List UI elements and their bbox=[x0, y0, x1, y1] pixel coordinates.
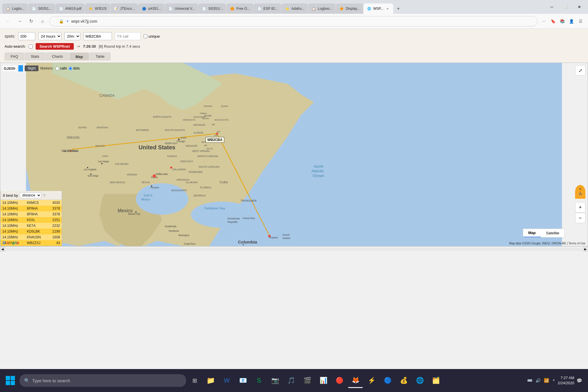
best-by-select[interactable]: distance SNR time bbox=[20, 192, 41, 198]
taskbar-search[interactable]: 🔍 Type here to search bbox=[20, 374, 186, 387]
table-row[interactable]: 14.10MHzK6MCS4020 bbox=[1, 200, 62, 206]
notification-icon[interactable]: 💬 bbox=[577, 378, 582, 383]
table-row[interactable]: 14.10MHz8P9HA3378 bbox=[1, 211, 62, 217]
scroll-right-button[interactable]: ▶ bbox=[583, 247, 588, 252]
table-cell-call: K5XL bbox=[25, 217, 48, 223]
tab-adafru[interactable]: ⭐ Adafru... bbox=[282, 3, 308, 14]
taskbar-file-explorer[interactable]: 📁 bbox=[203, 373, 218, 388]
dots-radio[interactable] bbox=[69, 67, 72, 70]
tab-freeoa[interactable]: 🟠 Free O... bbox=[227, 3, 253, 14]
tab-display[interactable]: 🔶 Display... bbox=[336, 3, 363, 14]
expand-tray-icon[interactable]: ▲ bbox=[552, 378, 555, 383]
taskbar-app3[interactable]: 🎵 bbox=[284, 373, 299, 388]
system-clock[interactable]: 7:27 AM 2/24/2020 bbox=[558, 375, 574, 386]
taskbar-app1[interactable]: S bbox=[252, 373, 266, 388]
menu-button[interactable]: ☰ bbox=[577, 17, 585, 25]
taskbar-firefox[interactable]: 🦊 bbox=[348, 373, 363, 388]
forward-button[interactable]: → bbox=[15, 17, 24, 26]
tab-si5351[interactable]: 📄 Si5351... bbox=[28, 3, 55, 14]
clock-date: 2/24/2020 bbox=[558, 381, 574, 386]
taskbar-app8[interactable]: 🔵 bbox=[380, 373, 395, 388]
scroll-track[interactable] bbox=[6, 248, 582, 251]
tab-logbook2[interactable]: 📋 Logboo... bbox=[308, 3, 336, 14]
map-container[interactable]: United States Mexico CANADA Cuba Colombi… bbox=[0, 63, 588, 246]
table-row[interactable]: 14.10MHz8P9HA3378 bbox=[1, 206, 62, 211]
close-window-button[interactable]: ✕ bbox=[573, 2, 586, 11]
extensions-button[interactable]: ⋯ bbox=[540, 17, 548, 25]
table-row[interactable]: 14.10MHzK5XL2251 bbox=[1, 217, 62, 223]
start-button[interactable] bbox=[2, 372, 18, 389]
refresh-button[interactable]: ↻ bbox=[26, 17, 36, 26]
maximize-button[interactable]: ⬜ bbox=[559, 2, 572, 11]
map-view-button[interactable]: Map bbox=[523, 229, 541, 237]
band-select[interactable]: 20m 40m 80m 10m bbox=[64, 32, 80, 40]
tab-esp82[interactable]: 📄 ESP 82... bbox=[254, 3, 281, 14]
tab-map[interactable]: Map bbox=[69, 53, 89, 60]
scroll-left-button[interactable]: ◀ bbox=[0, 247, 5, 252]
pegman-icon[interactable]: 🚶 bbox=[575, 185, 585, 199]
time-select[interactable]: 24 hours 48 hours 1 week bbox=[38, 32, 61, 40]
taskbar-app4[interactable]: 🎬 bbox=[300, 373, 315, 388]
taskbar-app9[interactable]: 💰 bbox=[396, 373, 411, 388]
taskbar-app7[interactable]: ⚡ bbox=[364, 373, 379, 388]
dots-radio-label[interactable]: dots bbox=[69, 66, 80, 70]
bookmark-button[interactable]: 🔖 bbox=[549, 17, 557, 25]
filter-icon[interactable]: ▽ bbox=[43, 194, 45, 197]
taskbar-app11[interactable]: 🗂️ bbox=[428, 373, 443, 388]
home-button[interactable]: ⌂ bbox=[38, 17, 47, 26]
zoom-out-button[interactable]: − bbox=[575, 213, 585, 223]
minimize-button[interactable]: ─ bbox=[546, 2, 558, 11]
tab-si5351-2[interactable]: 📄 Si5351/... bbox=[198, 3, 226, 14]
svg-text:NH: NH bbox=[217, 130, 220, 133]
taskbar-app6[interactable]: 🔴 bbox=[332, 373, 347, 388]
task-view-icon: ⊞ bbox=[192, 377, 197, 384]
fullscreen-button[interactable]: ⤢ bbox=[575, 65, 585, 76]
tab-charts[interactable]: Charts bbox=[46, 53, 69, 60]
tab-wspr[interactable]: 🌐 WSP... ✕ bbox=[363, 3, 393, 14]
calls-radio-label[interactable]: calls bbox=[55, 66, 67, 70]
table-row[interactable]: 14.10MHzKD5LBK2199 bbox=[1, 229, 62, 234]
calls-radio[interactable] bbox=[55, 67, 59, 70]
search-wspr-button[interactable]: Search WSPRnet bbox=[36, 43, 74, 50]
taskbar-word[interactable]: W bbox=[219, 373, 234, 388]
satellite-view-button[interactable]: Satellite bbox=[541, 229, 564, 237]
table-cell-call: WB2ZXJ bbox=[25, 240, 48, 246]
tab-si4351[interactable]: 🔵 si4351... bbox=[138, 3, 165, 14]
best-table: 14.10MHzK6MCS402014.10MHz8P9HA337814.10M… bbox=[1, 200, 62, 246]
unique-checkbox[interactable] bbox=[144, 34, 147, 38]
autosearch-checkbox[interactable] bbox=[29, 45, 33, 49]
svg-text:Honduras: Honduras bbox=[169, 230, 179, 232]
task-view-button[interactable]: ⊞ bbox=[187, 373, 202, 388]
tx-call-input[interactable] bbox=[115, 32, 141, 40]
taskbar-app2[interactable]: 📷 bbox=[268, 373, 283, 388]
svg-text:Venezuela: Venezuela bbox=[241, 198, 257, 202]
tab-jtenc[interactable]: 📝 JTEnco... bbox=[110, 3, 138, 14]
tab-logbook1[interactable]: 📋 Logbo... bbox=[2, 3, 28, 14]
taskbar-outlook[interactable]: 📧 bbox=[235, 373, 250, 388]
tab-table[interactable]: Table bbox=[90, 53, 111, 60]
profile-button[interactable]: 👤 bbox=[567, 17, 575, 25]
spots-input[interactable] bbox=[18, 32, 35, 40]
taskbar-app10[interactable]: 🌐 bbox=[412, 373, 427, 388]
best-by-header: 8 best by distance SNR time ▽ bbox=[1, 191, 62, 200]
night-button[interactable]: Night bbox=[25, 65, 38, 71]
table-row[interactable]: 14.10MHzKN4USN1608 bbox=[1, 234, 62, 240]
zoom-in-button[interactable]: + bbox=[575, 202, 585, 213]
table-row[interactable]: 14.10MHzKE7A2232 bbox=[1, 223, 62, 229]
tab-faq[interactable]: FAQ bbox=[5, 53, 24, 60]
reading-list-button[interactable]: 📚 bbox=[558, 17, 566, 25]
url-bar[interactable]: 🔒 ✦ wspr.vk7jj.com bbox=[49, 16, 537, 26]
tab-label-si5351: Si5351... bbox=[38, 7, 51, 11]
tab-close-wspr[interactable]: ✕ bbox=[385, 6, 390, 11]
tab-an619[interactable]: 📄 AN619.pdf bbox=[55, 3, 85, 14]
callsign-input[interactable] bbox=[83, 32, 112, 40]
tab-universal[interactable]: 📄 Universal V... bbox=[165, 3, 198, 14]
back-button[interactable]: ← bbox=[3, 17, 13, 26]
spots-label: spots: bbox=[5, 34, 15, 38]
tab-stats[interactable]: Stats bbox=[25, 53, 45, 60]
new-tab-button[interactable]: + bbox=[394, 3, 404, 14]
tab-label-wspr: WSP... bbox=[373, 7, 384, 11]
taskbar-app5[interactable]: 📊 bbox=[316, 373, 331, 388]
app-container: spots: 24 hours 48 hours 1 week 20m 40m … bbox=[0, 29, 588, 63]
tab-w3djs[interactable]: ☀️ W3DJS bbox=[85, 3, 110, 14]
